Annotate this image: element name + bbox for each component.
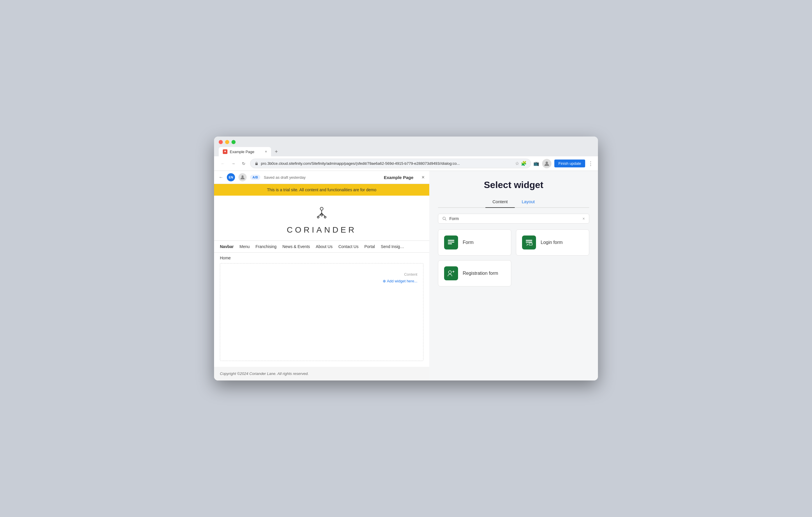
content-label: Content xyxy=(226,272,417,276)
page-title: Example Page xyxy=(384,175,413,180)
panel-header: Select widget xyxy=(429,171,598,196)
menu-icon[interactable]: ⋮ xyxy=(588,160,593,167)
svg-rect-15 xyxy=(526,240,532,241)
svg-rect-17 xyxy=(529,243,532,245)
lock-icon xyxy=(255,162,259,166)
new-tab-button[interactable]: + xyxy=(272,147,280,156)
nav-item-portal[interactable]: Portal xyxy=(365,244,375,249)
svg-rect-16 xyxy=(526,242,532,243)
widget-card-form[interactable]: Form xyxy=(438,229,511,255)
nav-bar: ← → ↻ ☆ 🧩 📺 Finish update ⋮ xyxy=(214,156,598,171)
login-form-icon-svg xyxy=(525,238,533,247)
svg-rect-14 xyxy=(448,243,452,244)
minimize-traffic-light[interactable] xyxy=(225,140,229,144)
svg-point-8 xyxy=(324,216,326,218)
bookmark-icon[interactable]: ☆ xyxy=(515,161,519,166)
page-area: ← EN A/B Saved as draft yesterday Exampl… xyxy=(214,171,429,380)
content-drop-area[interactable]: Content Add widget here... xyxy=(220,263,424,361)
nav-item-about-us[interactable]: About Us xyxy=(316,244,333,249)
extension-icon[interactable]: 🧩 xyxy=(521,161,527,166)
tab-bar: Example Page × + xyxy=(219,147,593,156)
search-clear-button[interactable]: × xyxy=(583,216,585,221)
profile-avatar[interactable] xyxy=(542,159,551,168)
finish-update-button[interactable]: Finish update xyxy=(554,160,585,167)
search-icon xyxy=(442,217,446,221)
logo-area: CORIANDER xyxy=(214,196,429,241)
reload-button[interactable]: ↻ xyxy=(240,160,248,168)
user-avatar[interactable] xyxy=(238,173,246,181)
footer-text: Copyright ©2024 Coriander Lane. All righ… xyxy=(220,372,309,376)
forward-button[interactable]: → xyxy=(229,160,237,168)
close-traffic-light[interactable] xyxy=(219,140,223,144)
widget-grid: Form Login form xyxy=(429,229,598,295)
add-widget-link[interactable]: Add widget here... xyxy=(383,279,417,283)
widget-card-login-form[interactable]: Login form xyxy=(516,229,589,255)
trial-banner-text: This is a trial site. All content and fu… xyxy=(267,188,376,192)
title-bar: Example Page × + xyxy=(214,137,598,156)
svg-point-2 xyxy=(242,175,244,178)
ab-badge: A/B xyxy=(250,175,260,180)
breadcrumb-home[interactable]: Home xyxy=(220,255,231,260)
draft-status: Saved as draft yesterday xyxy=(264,175,306,180)
browser-window: Example Page × + ← → ↻ ☆ 🧩 📺 xyxy=(214,137,598,380)
tab-title: Example Page xyxy=(230,149,255,154)
search-box[interactable]: × xyxy=(438,214,589,223)
widget-card-registration-form[interactable]: Registration form xyxy=(438,260,511,287)
form-widget-label: Form xyxy=(463,240,473,245)
site-footer: Copyright ©2024 Coriander Lane. All righ… xyxy=(214,367,429,380)
svg-point-18 xyxy=(448,271,452,274)
logo-text: CORIANDER xyxy=(220,225,424,235)
lang-badge[interactable]: EN xyxy=(227,173,235,181)
navbar-label: Navbar xyxy=(220,244,234,249)
svg-line-11 xyxy=(445,219,446,221)
svg-point-9 xyxy=(321,214,322,216)
back-button[interactable]: ← xyxy=(219,160,227,168)
editor-toolbar: ← EN A/B Saved as draft yesterday Exampl… xyxy=(214,171,429,184)
nav-item-menu[interactable]: Menu xyxy=(239,244,250,249)
screencast-icon[interactable]: 📺 xyxy=(533,161,539,166)
tab-close-button[interactable]: × xyxy=(265,149,267,154)
tab-favicon xyxy=(223,149,227,154)
panel-title: Select widget xyxy=(438,180,589,190)
svg-rect-0 xyxy=(255,163,258,165)
svg-point-3 xyxy=(320,207,323,210)
form-icon xyxy=(444,236,458,249)
nav-right: 📺 Finish update ⋮ xyxy=(533,159,593,168)
panel-tabs: Content Layout xyxy=(438,196,589,208)
search-input[interactable] xyxy=(450,216,580,221)
svg-point-1 xyxy=(546,162,548,164)
address-bar[interactable]: ☆ 🧩 xyxy=(250,159,531,168)
registration-form-widget-label: Registration form xyxy=(463,271,498,276)
fullscreen-traffic-light[interactable] xyxy=(232,140,236,144)
editor-close-button[interactable]: × xyxy=(422,174,425,181)
tab-layout[interactable]: Layout xyxy=(515,196,542,208)
search-area: × xyxy=(429,208,598,229)
nav-item-franchising[interactable]: Franchising xyxy=(256,244,277,249)
browser-content: ← EN A/B Saved as draft yesterday Exampl… xyxy=(214,171,598,380)
traffic-lights xyxy=(219,140,593,144)
nav-item-news-events[interactable]: News & Events xyxy=(282,244,310,249)
svg-rect-13 xyxy=(448,242,454,243)
login-form-widget-label: Login form xyxy=(541,240,563,245)
url-input[interactable] xyxy=(261,161,513,166)
svg-point-7 xyxy=(317,216,319,218)
form-icon-svg xyxy=(447,238,455,247)
site-navbar: Navbar Menu Franchising News & Events Ab… xyxy=(214,241,429,253)
address-bar-icons: ☆ 🧩 xyxy=(515,161,527,166)
registration-form-icon-svg xyxy=(447,269,455,277)
svg-rect-12 xyxy=(448,240,454,241)
breadcrumb: Home xyxy=(214,253,429,263)
trial-banner: This is a trial site. All content and fu… xyxy=(214,184,429,196)
tab-content[interactable]: Content xyxy=(485,196,515,208)
active-tab[interactable]: Example Page × xyxy=(219,147,271,156)
toolbar-back-button[interactable]: ← xyxy=(219,175,223,180)
registration-form-icon xyxy=(444,266,458,280)
widget-panel: Select widget Content Layout × xyxy=(429,171,598,380)
nav-item-contact-us[interactable]: Contact Us xyxy=(338,244,358,249)
logo-icon xyxy=(313,205,330,222)
login-form-icon xyxy=(522,236,536,249)
nav-item-send-insig[interactable]: Send Insig… xyxy=(381,244,404,249)
